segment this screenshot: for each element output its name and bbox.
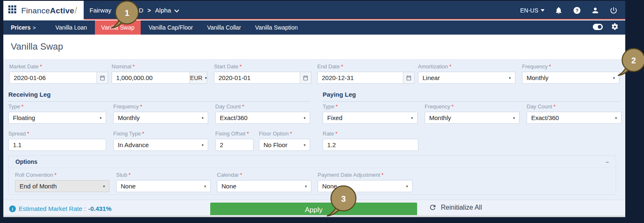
- field-amortization: Amortization* Linear▾: [418, 63, 515, 84]
- select-value: End of Month: [20, 183, 57, 190]
- fixing-offset-input[interactable]: [215, 139, 254, 151]
- label-text: Frequency: [425, 103, 450, 110]
- estimated-market-rate: i Estimated Market Rate : -0.431%: [9, 205, 112, 212]
- caret-down-icon: [541, 9, 545, 12]
- nominal-input[interactable]: [112, 72, 190, 84]
- options-header: Options −: [9, 156, 616, 168]
- user-profile-icon[interactable]: [591, 6, 599, 15]
- roll-convention-label: Roll Convention*: [15, 172, 109, 178]
- top-navbar: FinanceActive/ Fairway D > Alpha EN-US ?: [3, 1, 625, 20]
- fixing-type-label: Fixing Type*: [113, 130, 208, 137]
- language-selector[interactable]: EN-US: [520, 7, 545, 14]
- field-nominal: Nominal* EUR▾: [112, 63, 207, 84]
- tab-vanilla-swaption[interactable]: Vanilla Swaption: [249, 20, 304, 35]
- label-text: Type: [323, 103, 334, 110]
- paying-frequency-select[interactable]: Monthly▾: [425, 112, 520, 124]
- callout-2-number: 2: [631, 56, 636, 65]
- title-band: Vanilla Swap: [3, 35, 625, 60]
- breadcrumb[interactable]: Fairway D > Alpha: [90, 1, 179, 20]
- field-paying-type: Type* Fixed▾: [323, 103, 418, 124]
- calendar-select[interactable]: None▾: [217, 180, 311, 192]
- breadcrumb-current: Alpha: [155, 7, 171, 14]
- tab-vanilla-cap-floor[interactable]: Vanilla Cap/Floor: [142, 20, 199, 35]
- start-date-label: Start Date*: [214, 63, 311, 70]
- select-value: None: [221, 183, 236, 190]
- fixing-offset-label: Fixing Offset*: [215, 130, 254, 137]
- paying-type-select[interactable]: Fixed▾: [323, 112, 418, 124]
- options-title: Options: [15, 158, 37, 165]
- calendar-icon: [303, 75, 308, 81]
- receiving-frequency-select[interactable]: Monthly▾: [113, 112, 208, 124]
- caret-down-icon: ▾: [303, 143, 306, 147]
- notifications-bell-icon[interactable]: [554, 6, 563, 15]
- select-value: Exact/360: [531, 114, 559, 121]
- receiving-day-count-label: Day Count*: [215, 103, 310, 110]
- svg-text:?: ?: [575, 8, 578, 13]
- field-receiving-frequency: Frequency* Monthly▾: [113, 103, 208, 124]
- field-stub: Stub* None▾: [116, 172, 211, 192]
- caret-down-icon: ▾: [509, 76, 511, 80]
- start-date-calendar-button[interactable]: [300, 72, 311, 84]
- end-date-calendar-button[interactable]: [403, 72, 415, 84]
- paying-day-count-select[interactable]: Exact/360▾: [527, 112, 622, 124]
- amortization-select[interactable]: Linear▾: [418, 72, 515, 84]
- field-market-date: Market Date*: [9, 63, 108, 84]
- receiving-day-count-select[interactable]: Exact/360▾: [215, 112, 310, 124]
- end-date-input[interactable]: [317, 72, 403, 84]
- required-marker: *: [140, 103, 142, 110]
- market-date-input[interactable]: [9, 72, 97, 84]
- receiving-type-select[interactable]: Floating▾: [8, 112, 106, 124]
- pricer-form: Market Date* Nominal* EUR▾ Start Date*: [3, 60, 625, 200]
- field-start-date: Start Date*: [214, 63, 311, 84]
- refresh-icon: [429, 203, 437, 211]
- floor-option-label: Floor Option*: [259, 130, 310, 137]
- market-date-calendar-button[interactable]: [97, 72, 108, 84]
- caret-down-icon: ▾: [615, 116, 617, 120]
- required-marker: *: [240, 63, 242, 70]
- caret-down-icon: ▾: [205, 76, 207, 80]
- caret-down-icon: ▾: [99, 116, 102, 120]
- caret-down-icon: ▾: [406, 184, 408, 188]
- spread-label: Spread*: [8, 130, 106, 137]
- reinitialize-all-button[interactable]: Reinitialize All: [429, 203, 482, 211]
- select-value: None: [322, 183, 337, 190]
- rate-input[interactable]: [323, 139, 418, 151]
- pricers-menu[interactable]: Pricers>: [11, 24, 36, 31]
- app-window: FinanceActive/ Fairway D > Alpha EN-US ?: [3, 1, 625, 217]
- payment-date-adjustment-select[interactable]: None▾: [318, 180, 413, 192]
- label-text: Nominal: [112, 63, 132, 70]
- app-grid-icon[interactable]: [8, 5, 16, 15]
- frequency-select[interactable]: Monthly▾: [522, 72, 619, 84]
- currency-label: EUR: [190, 75, 203, 81]
- settings-gear-icon[interactable]: [611, 23, 619, 32]
- label-text: Start Date: [214, 63, 239, 70]
- field-payment-date-adjustment: Payment Date Adjustment* None▾: [318, 172, 413, 192]
- tab-vanilla-collar[interactable]: Vanilla Collar: [201, 20, 247, 35]
- stub-label: Stub*: [116, 172, 211, 178]
- tab-vanilla-loan[interactable]: Vanilla Loan: [49, 20, 93, 35]
- help-icon[interactable]: ?: [573, 6, 581, 15]
- fixing-type-select[interactable]: In Advance▾: [113, 139, 208, 151]
- label-text: Day Count: [215, 103, 241, 110]
- label-text: Rate: [323, 130, 334, 137]
- label-text: Day Count: [527, 103, 552, 110]
- tab-vanilla-swap[interactable]: Vanilla Swap: [95, 20, 141, 35]
- theme-toggle-icon[interactable]: [593, 24, 603, 32]
- nominal-currency-select[interactable]: EUR▾: [190, 72, 207, 84]
- breadcrumb-entity-end: D: [139, 7, 144, 14]
- field-fixing-offset: Fixing Offset*: [215, 130, 254, 151]
- caret-down-icon: ▾: [204, 184, 206, 188]
- label-text: Stub: [116, 172, 127, 178]
- receiving-leg-title: Receiving Leg: [8, 91, 310, 102]
- breadcrumb-separator: >: [147, 7, 151, 14]
- collapse-minus-icon[interactable]: −: [605, 159, 609, 165]
- stub-select[interactable]: None▾: [116, 180, 211, 192]
- label-text: Calendar: [217, 172, 239, 178]
- power-logout-icon[interactable]: [609, 6, 618, 15]
- required-marker: *: [336, 103, 338, 110]
- roll-convention-select[interactable]: End of Month▾: [15, 180, 109, 192]
- required-marker: *: [240, 172, 242, 178]
- spread-input[interactable]: [8, 139, 106, 151]
- start-date-input[interactable]: [214, 72, 300, 84]
- floor-option-select[interactable]: No Floor▾: [259, 139, 310, 151]
